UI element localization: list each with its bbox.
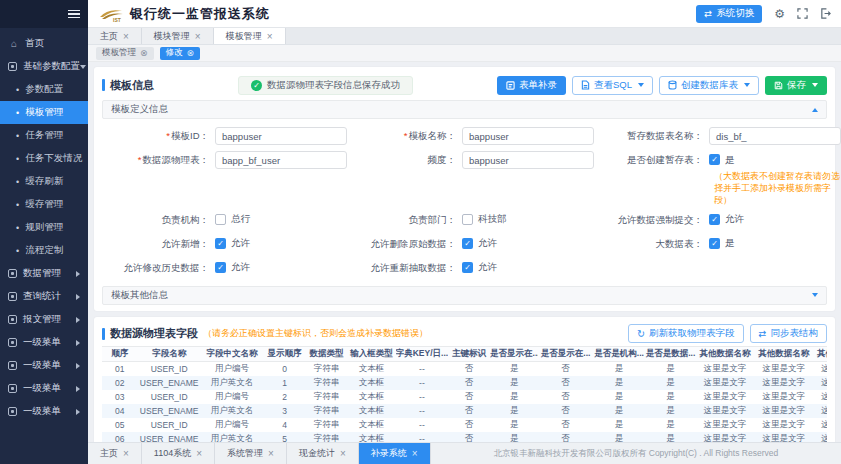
allow-delete-original-checkbox[interactable]: ✓ xyxy=(462,238,473,249)
create-db-table-button[interactable]: 创建数据库表 xyxy=(659,76,759,95)
close-icon[interactable]: × xyxy=(267,31,273,42)
sidebar-group-0[interactable]: 数据管理 xyxy=(0,262,88,285)
close-icon[interactable]: × xyxy=(412,448,418,459)
sidebar-item-label: 首页 xyxy=(25,37,44,50)
close-circle-icon[interactable]: ⊗ xyxy=(140,48,148,58)
cell: 是 xyxy=(490,432,538,443)
allow-force-submit-checkbox[interactable]: ✓ xyxy=(709,214,720,225)
template-id-input[interactable] xyxy=(215,127,347,145)
sidebar-group-5[interactable]: 一级菜单 xyxy=(0,377,88,400)
form-field-template-name: *模板名称： xyxy=(351,127,594,146)
chevron-down-icon xyxy=(812,83,818,87)
sidebar-group-3[interactable]: 一级菜单 xyxy=(0,331,88,354)
workspace-tab-1[interactable]: 模块管理× xyxy=(142,28,214,44)
template-name-input[interactable] xyxy=(462,127,594,145)
bottom-tab-4[interactable]: 补录系统× xyxy=(359,443,431,464)
close-icon[interactable]: × xyxy=(268,448,274,459)
sidebar-subitem-2[interactable]: •任务管理 xyxy=(0,124,88,147)
logout-icon[interactable] xyxy=(820,8,831,19)
field-label: 允许数据强制提交： xyxy=(598,211,703,227)
close-circle-icon[interactable]: ⊗ xyxy=(187,48,195,58)
bottom-tab-2[interactable]: 系统管理× xyxy=(215,443,287,464)
cell: 这里是文字 xyxy=(813,376,827,390)
checkbox-label: 是 xyxy=(725,151,735,167)
sidebar-subitem-label: 任务管理 xyxy=(25,129,63,142)
sidebar-subitem-3[interactable]: •任务下发情况 xyxy=(0,147,88,170)
allow-add-checkbox[interactable]: ✓ xyxy=(215,238,226,249)
cell: -- xyxy=(396,390,448,404)
view-sql-button[interactable]: 查看SQL xyxy=(572,76,653,95)
datasource-fields-panel: 数据源物理表字段 （请务必正确设置主键标识，否则会造成补录数据错误） ↻ 刷新获… xyxy=(94,317,835,443)
sidebar-group-label: 一级菜单 xyxy=(23,382,61,395)
refresh-fields-button[interactable]: ↻ 刷新获取物理表字段 xyxy=(628,324,743,343)
sidebar-subitem-label: 流程定制 xyxy=(25,244,63,257)
cell: 4 xyxy=(264,418,306,432)
table-row-1: 02USER_ENAME用户英文名1字符串文本框--否是否是是这里是文字这里是文… xyxy=(102,376,827,390)
cell: 是 xyxy=(645,432,695,443)
sidebar-group-4[interactable]: 一级菜单 xyxy=(0,354,88,377)
close-icon[interactable]: × xyxy=(340,448,346,459)
breadcrumb-tag-1[interactable]: 修改⊗ xyxy=(160,47,201,60)
bottom-tab-0[interactable]: 主页× xyxy=(88,443,142,464)
workspace-tab-0[interactable]: 主页× xyxy=(88,28,142,44)
sidebar-group-1[interactable]: 查询统计 xyxy=(0,285,88,308)
form-field-big-data-table: 大数据表：✓是 xyxy=(598,235,841,254)
save-button[interactable]: 保存 xyxy=(765,76,827,95)
sidebar-subitem-1[interactable]: •模板管理 xyxy=(0,101,88,124)
bottom-tab-3[interactable]: 现金统计× xyxy=(287,443,359,464)
responsible-org-checkbox[interactable] xyxy=(215,214,226,225)
bottom-tab-1[interactable]: 1104系统× xyxy=(142,443,215,464)
fullscreen-icon[interactable] xyxy=(797,8,808,19)
cell: 字符串 xyxy=(305,362,347,376)
system-switch-button[interactable]: ⇄ 系统切换 xyxy=(696,5,762,23)
sync-table-structure-button[interactable]: ⇄ 同步表结构 xyxy=(750,324,827,343)
sidebar-subitem-0[interactable]: •参数配置 xyxy=(0,78,88,101)
staging-table-name-input[interactable] xyxy=(709,127,841,145)
sidebar-subitem-6[interactable]: •规则管理 xyxy=(0,216,88,239)
checkbox-label: 科技部 xyxy=(478,211,507,227)
breadcrumb-tag-0[interactable]: 模板管理⊗ xyxy=(96,47,154,60)
sidebar-subitem-7[interactable]: •流程定制 xyxy=(0,239,88,262)
responsible-dept-checkbox[interactable] xyxy=(462,214,473,225)
workspace-tab-2[interactable]: 模板管理× xyxy=(214,28,286,44)
bottom-system-tabs: 主页×1104系统×系统管理×现金统计×补录系统× xyxy=(88,443,431,464)
sidebar-group-6[interactable]: 一级菜单 xyxy=(0,400,88,423)
close-icon[interactable]: × xyxy=(123,448,129,459)
close-icon[interactable]: × xyxy=(123,31,129,42)
sidebar-subitem-5[interactable]: •缓存管理 xyxy=(0,193,88,216)
datasource-table-input[interactable] xyxy=(215,151,347,169)
big-data-table-checkbox[interactable]: ✓ xyxy=(709,238,720,249)
hamburger-menu-icon[interactable] xyxy=(68,8,80,21)
close-icon[interactable]: × xyxy=(196,448,202,459)
success-toast: ✓ 数据源物理表字段信息保存成功 xyxy=(238,76,413,95)
tab-label: 主页 xyxy=(100,30,118,43)
sidebar-subitem-4[interactable]: •缓存刷新 xyxy=(0,170,88,193)
title-accent-bar xyxy=(102,328,105,340)
bullet-icon: • xyxy=(16,246,19,256)
close-icon[interactable]: × xyxy=(195,31,201,42)
frequency-input[interactable] xyxy=(462,151,594,169)
field-label: *数据源物理表： xyxy=(104,151,209,167)
cell: 这里是文字 xyxy=(813,390,827,404)
form-field-allow-add: 允许新增：✓允许 xyxy=(104,235,347,254)
datasource-fields-header: 数据源物理表字段 （请务必正确设置主键标识，否则会造成补录数据错误） ↻ 刷新获… xyxy=(102,322,827,346)
gear-icon[interactable]: ⚙ xyxy=(774,8,785,20)
primary-key-warning-note: （请务必正确设置主键标识，否则会造成补录数据错误） xyxy=(203,327,428,340)
field-label: *模板ID： xyxy=(104,127,209,143)
form-field-responsible-dept: 负责部门：科技部 xyxy=(351,211,594,230)
sidebar-group-basic-params[interactable]: 基础参数配置 xyxy=(0,55,88,78)
cell: 文本框 xyxy=(347,432,395,443)
form-supplement-button[interactable]: 表单补录 xyxy=(497,76,566,95)
cell: 这里是文字 xyxy=(754,404,813,418)
sidebar-item-home[interactable]: ⌂ 首页 xyxy=(0,32,88,55)
allow-modify-history-checkbox[interactable]: ✓ xyxy=(215,262,226,273)
sidebar-menu: ⌂ 首页 基础参数配置 •参数配置•模板管理•任务管理•任务下发情况•缓存刷新•… xyxy=(0,28,88,464)
sidebar-group-2[interactable]: 报文管理 xyxy=(0,308,88,331)
section-template-definition[interactable]: 模板定义信息 xyxy=(102,100,827,119)
bullet-icon: • xyxy=(16,177,19,187)
allow-re-extract-checkbox[interactable]: ✓ xyxy=(462,262,473,273)
cell: 02 xyxy=(102,376,138,390)
template-definition-form: *模板ID：*模板名称：暂存数据表名称：*数据源物理表：频度：是否创建暂存表：✓… xyxy=(102,119,827,284)
section-template-other[interactable]: 模板其他信息 xyxy=(102,286,827,305)
create-staging-table-checkbox[interactable]: ✓ xyxy=(709,154,720,165)
